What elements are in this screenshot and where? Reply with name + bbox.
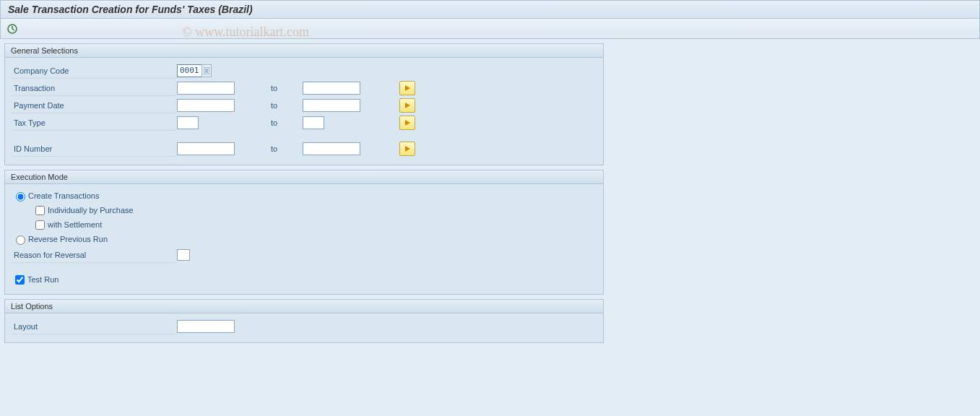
- test-run-label: Test Run: [27, 275, 58, 284]
- layout-label: Layout: [11, 318, 177, 334]
- test-run-checkbox[interactable]: [15, 275, 25, 285]
- id-number-to-input[interactable]: [303, 142, 360, 155]
- arrow-right-icon: [405, 103, 410, 108]
- reverse-run-radio[interactable]: [16, 235, 25, 245]
- id-number-multi-select-button[interactable]: [399, 142, 415, 156]
- reverse-run-label: Reverse Previous Run: [28, 235, 108, 243]
- payment-date-label: Payment Date: [11, 98, 177, 113]
- group-title-execution: Execution Mode: [5, 170, 603, 184]
- id-number-to-label: to: [271, 144, 303, 153]
- transaction-to-input[interactable]: [303, 82, 360, 95]
- svg-line-2: [12, 29, 14, 30]
- execute-icon[interactable]: [6, 23, 18, 35]
- layout-input[interactable]: [177, 320, 235, 333]
- application-toolbar: [0, 19, 980, 39]
- tax-type-from-input[interactable]: [177, 116, 199, 129]
- company-code-f4-help-icon[interactable]: [201, 64, 212, 77]
- payment-date-to-input[interactable]: [303, 99, 360, 112]
- with-settlement-label: with Settlement: [48, 220, 102, 229]
- group-title-general: General Selections: [5, 44, 603, 58]
- arrow-right-icon: [405, 85, 410, 91]
- company-code-label: Company Code: [11, 63, 177, 79]
- group-list-options: List Options Layout: [4, 299, 604, 343]
- arrow-right-icon: [405, 120, 410, 126]
- id-number-from-input[interactable]: [177, 142, 235, 155]
- create-transactions-radio[interactable]: [16, 192, 25, 202]
- tax-type-to-label: to: [271, 118, 303, 127]
- individually-label: Individually by Purchase: [48, 206, 134, 214]
- create-transactions-label: Create Transactions: [28, 191, 99, 200]
- transaction-to-label: to: [271, 84, 303, 92]
- transaction-multi-select-button[interactable]: [399, 81, 415, 95]
- individually-checkbox[interactable]: [35, 206, 45, 215]
- reason-reversal-input[interactable]: [177, 249, 190, 261]
- transaction-from-input[interactable]: [177, 82, 235, 95]
- payment-date-multi-select-button[interactable]: [399, 98, 415, 113]
- tax-type-to-input[interactable]: [303, 116, 324, 129]
- id-number-label: ID Number: [11, 141, 177, 157]
- with-settlement-checkbox[interactable]: [35, 220, 45, 230]
- group-title-list: List Options: [5, 300, 603, 313]
- payment-date-from-input[interactable]: [177, 99, 235, 112]
- tax-type-label: Tax Type: [11, 115, 177, 131]
- content-area: General Selections Company Code 0001 Tra…: [0, 39, 980, 352]
- arrow-right-icon: [405, 146, 410, 152]
- page-title: Sale Transaction Creation for Funds' Tax…: [0, 0, 980, 19]
- transaction-label: Transaction: [11, 80, 177, 96]
- group-general-selections: General Selections Company Code 0001 Tra…: [4, 43, 604, 165]
- group-execution-mode: Execution Mode Create Transactions Indiv…: [4, 170, 604, 295]
- tax-type-multi-select-button[interactable]: [399, 116, 415, 130]
- company-code-input[interactable]: 0001: [177, 64, 202, 77]
- reason-reversal-label: Reason for Reversal: [11, 247, 177, 263]
- payment-date-to-label: to: [271, 101, 303, 110]
